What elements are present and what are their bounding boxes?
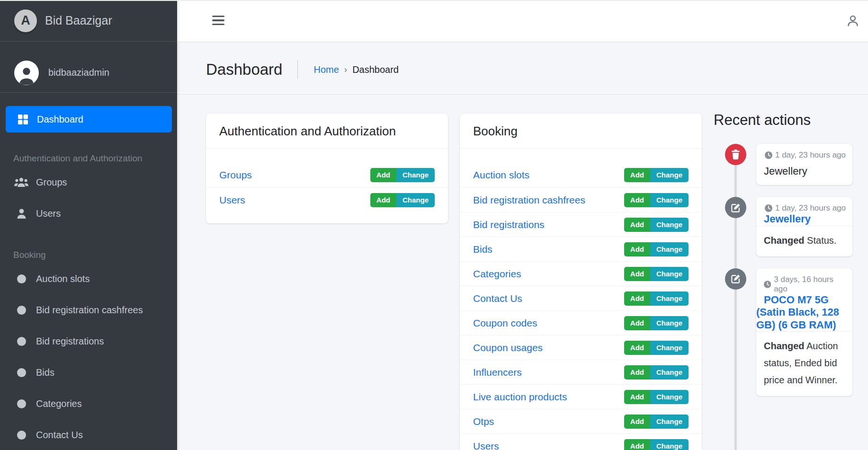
add-button[interactable]: Add [624, 218, 650, 232]
sidebar-item[interactable]: Bid registrations [6, 326, 172, 357]
sidebar: A Bid Baazigar bidbaaziadmin Dashboard A… [0, 0, 177, 450]
model-link[interactable]: Otps [473, 416, 494, 427]
model-link[interactable]: Auction slots [473, 169, 529, 181]
user-panel[interactable]: bidbaaziadmin [0, 42, 177, 93]
hamburger-menu-icon[interactable] [212, 16, 224, 27]
sidebar-item-label: Bid registration cashfrees [36, 305, 143, 316]
model-actions: Add Change [624, 415, 689, 429]
model-row: Categories Add Change [460, 261, 702, 286]
sidebar-nav: Dashboard Authentication and Authorizati… [0, 93, 177, 450]
add-button[interactable]: Add [624, 242, 650, 256]
add-button[interactable]: Add [370, 193, 396, 207]
add-button[interactable]: Add [624, 341, 650, 355]
sidebar-item[interactable]: Bid registration cashfrees [6, 294, 172, 326]
sidebar-item-label: Bids [36, 367, 54, 378]
model-link[interactable]: Bid registration cashfrees [473, 194, 585, 206]
sidebar-item[interactable]: Auction slots [6, 263, 172, 294]
change-button[interactable]: Change [396, 193, 435, 207]
model-link[interactable]: Influencers [473, 367, 522, 378]
model-link[interactable]: Coupon usages [473, 342, 543, 353]
booking-card: Booking Auction slots Add Change Bid reg… [460, 114, 702, 450]
breadcrumb-home-link[interactable]: Home [313, 64, 339, 75]
model-link[interactable]: Live auction products [473, 391, 567, 403]
model-actions: Add Change [624, 365, 689, 379]
circle-icon [13, 431, 29, 440]
action-object-link[interactable]: Jewellery [756, 208, 818, 232]
brand-name: Bid Baazigar [45, 14, 112, 27]
recent-action-entry: 1 day, 23 hours ago Jewellery Changed St… [714, 197, 852, 256]
model-row: Contact Us Add Change [460, 286, 702, 310]
change-button[interactable]: Change [650, 390, 689, 404]
model-actions: Add Change [624, 316, 689, 330]
sidebar-item[interactable]: Categories [6, 388, 172, 419]
add-button[interactable]: Add [624, 439, 650, 450]
circle-icon [13, 399, 29, 408]
change-button[interactable]: Change [650, 193, 689, 207]
circle-icon [13, 337, 29, 346]
edit-icon [725, 268, 746, 290]
main-grid: Authentication and Authorization Groups … [177, 95, 868, 450]
model-link[interactable]: Contact Us [473, 293, 522, 304]
model-link[interactable]: Coupon codes [473, 318, 537, 329]
add-button[interactable]: Add [624, 168, 650, 182]
change-button[interactable]: Change [650, 218, 689, 232]
model-link[interactable]: Bid registrations [473, 219, 545, 230]
change-button[interactable]: Change [650, 439, 689, 450]
sidebar-item-label: Groups [36, 177, 67, 188]
model-link[interactable]: Users [473, 441, 499, 450]
action-object-link[interactable]: POCO M7 5G (Satin Black, 128 GB) (6 GB R… [756, 289, 844, 338]
grid-icon [18, 115, 28, 124]
user-menu-icon[interactable] [846, 14, 859, 29]
sidebar-item-dashboard[interactable]: Dashboard [6, 106, 172, 132]
model-actions: Add Change [624, 168, 689, 182]
add-button[interactable]: Add [624, 365, 650, 379]
add-button[interactable]: Add [624, 390, 650, 404]
add-button[interactable]: Add [624, 267, 650, 281]
model-actions: Add Change [624, 341, 689, 355]
model-actions: Add Change [370, 168, 435, 182]
change-button[interactable]: Change [650, 365, 689, 379]
change-button[interactable]: Change [650, 242, 689, 256]
sidebar-item-users[interactable]: Users [6, 198, 172, 229]
model-actions: Add Change [624, 291, 689, 306]
recent-actions-panel: Recent actions [714, 114, 852, 408]
change-button[interactable]: Change [650, 291, 689, 306]
recent-actions-title: Recent actions [714, 112, 852, 129]
sidebar-item-label: Dashboard [37, 114, 83, 125]
sidebar-section-auth: Authentication and Authorization Groups [6, 153, 172, 229]
change-button[interactable]: Change [650, 316, 689, 330]
users-icon [13, 177, 29, 187]
model-row: Groups Add Change [206, 163, 448, 187]
change-button[interactable]: Change [650, 341, 689, 355]
username: bidbaaziadmin [48, 67, 109, 78]
sidebar-section-label: Booking [6, 250, 172, 263]
model-link[interactable]: Bids [473, 244, 492, 255]
change-button[interactable]: Change [650, 415, 689, 429]
model-link[interactable]: Users [219, 194, 245, 206]
breadcrumb-current: Dashboard [352, 64, 399, 75]
model-link[interactable]: Groups [219, 169, 252, 181]
sidebar-item-groups[interactable]: Groups [6, 167, 172, 198]
change-button[interactable]: Change [650, 168, 689, 182]
breadcrumb: Home › Dashboard [313, 64, 399, 75]
add-button[interactable]: Add [624, 316, 650, 330]
model-row: Otps Add Change [460, 409, 702, 433]
sidebar-item[interactable]: Bids [6, 357, 172, 388]
circle-icon [13, 368, 29, 377]
circle-icon [13, 306, 29, 315]
model-row: Users Add Change [460, 433, 702, 450]
add-button[interactable]: Add [624, 415, 650, 429]
clock-icon [764, 281, 771, 288]
sidebar-item[interactable]: Contact Us [6, 419, 172, 450]
model-actions: Add Change [370, 193, 435, 207]
model-actions: Add Change [624, 390, 689, 404]
change-button[interactable]: Change [650, 267, 689, 281]
brand[interactable]: A Bid Baazigar [0, 0, 177, 42]
add-button[interactable]: Add [624, 291, 650, 306]
add-button[interactable]: Add [370, 168, 396, 182]
model-actions: Add Change [624, 267, 689, 281]
content-area: Dashboard Home › Dashboard Authenticatio… [177, 42, 868, 450]
change-button[interactable]: Change [396, 168, 435, 182]
add-button[interactable]: Add [624, 193, 650, 207]
model-link[interactable]: Categories [473, 268, 521, 280]
